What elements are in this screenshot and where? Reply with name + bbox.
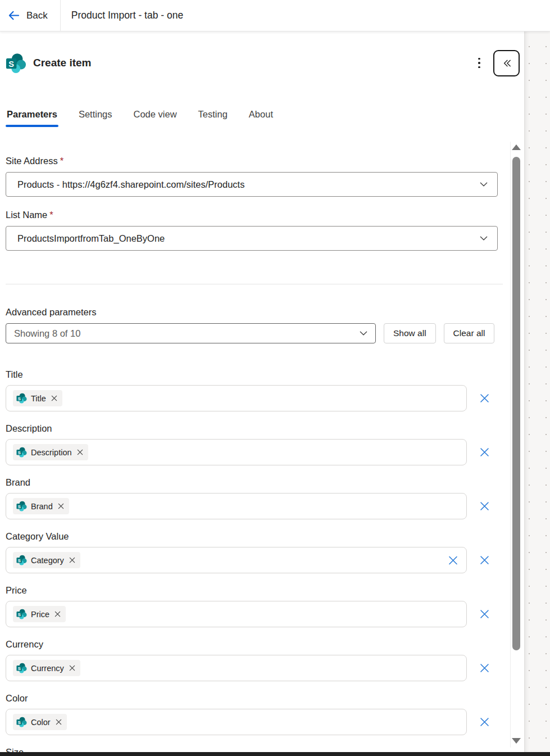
tab-about[interactable]: About bbox=[249, 109, 273, 127]
designer-canvas[interactable] bbox=[524, 31, 550, 752]
remove-parameter-icon[interactable] bbox=[479, 446, 490, 458]
parameter-input[interactable]: S Price bbox=[6, 601, 467, 627]
scroll-down-button[interactable] bbox=[512, 738, 521, 744]
token-label: Price bbox=[31, 610, 49, 619]
dynamic-content-token[interactable]: S Price bbox=[13, 606, 66, 622]
site-address-label: Site Address* bbox=[6, 154, 524, 168]
token-remove-icon[interactable] bbox=[69, 665, 75, 671]
token-label: Title bbox=[31, 394, 46, 403]
collapse-panel-button[interactable] bbox=[493, 50, 520, 76]
dynamic-content-token[interactable]: S Brand bbox=[13, 498, 69, 514]
parameter-row: S Color bbox=[6, 709, 524, 735]
token-remove-icon[interactable] bbox=[56, 719, 62, 725]
token-remove-icon[interactable] bbox=[77, 449, 83, 455]
dynamic-content-token[interactable]: S Title bbox=[13, 390, 62, 406]
tabs: Parameters Settings Code view Testing Ab… bbox=[7, 109, 524, 127]
token-remove-icon[interactable] bbox=[58, 503, 64, 509]
svg-text:S: S bbox=[18, 612, 21, 617]
token-label: Brand bbox=[31, 502, 53, 511]
scroll-thumb[interactable] bbox=[512, 157, 520, 650]
advanced-parameters-label: Advanced parameters bbox=[6, 305, 524, 319]
remove-parameter-icon[interactable] bbox=[479, 608, 490, 620]
token-remove-icon[interactable] bbox=[54, 611, 61, 617]
back-button[interactable]: Back bbox=[0, 0, 60, 31]
back-label: Back bbox=[26, 10, 48, 21]
remove-parameter-icon[interactable] bbox=[479, 392, 490, 404]
list-name-label: List Name* bbox=[6, 208, 524, 221]
parameter-input[interactable]: S Category bbox=[6, 547, 467, 573]
sharepoint-icon: S bbox=[16, 555, 27, 565]
site-address-combobox[interactable]: Products - https://4g6zf4.sharepoint.com… bbox=[6, 172, 498, 197]
parameter-row: S Title bbox=[6, 385, 524, 411]
chevron-down-icon bbox=[479, 179, 489, 189]
token-label: Category bbox=[31, 556, 64, 565]
parameter-row: S Description bbox=[6, 439, 524, 465]
parameter-label: Category Value bbox=[6, 529, 524, 543]
parameter-block: Color S Color bbox=[6, 691, 524, 735]
list-name-combobox[interactable]: ProductsImportfromTab_OneByOne bbox=[6, 226, 498, 251]
chevron-down-icon bbox=[358, 328, 369, 338]
parameter-row: S Price bbox=[6, 601, 524, 627]
tab-parameters[interactable]: Parameters bbox=[7, 109, 57, 127]
list-name-label-text: List Name bbox=[6, 210, 47, 220]
section-divider bbox=[6, 284, 503, 284]
remove-parameter-icon[interactable] bbox=[479, 716, 490, 728]
flow-title: Product Import - tab - one bbox=[71, 10, 183, 21]
remove-parameter-icon[interactable] bbox=[479, 500, 490, 512]
remove-parameter-icon[interactable] bbox=[479, 554, 490, 566]
show-all-button[interactable]: Show all bbox=[384, 323, 436, 343]
topbar-divider bbox=[60, 0, 61, 31]
remove-parameter-icon[interactable] bbox=[479, 662, 490, 674]
dynamic-content-token[interactable]: S Category bbox=[13, 552, 80, 568]
sharepoint-icon: S bbox=[16, 447, 27, 458]
site-address-label-text: Site Address bbox=[6, 156, 58, 166]
tab-testing[interactable]: Testing bbox=[198, 109, 228, 127]
sharepoint-icon: S bbox=[16, 663, 27, 673]
required-marker: * bbox=[49, 210, 53, 220]
parameter-label: Brand bbox=[6, 476, 524, 489]
scroll-up-button[interactable] bbox=[512, 144, 521, 150]
window-bottom-edge bbox=[0, 752, 550, 756]
clear-value-icon[interactable] bbox=[447, 554, 459, 566]
parameter-block: Description S Description bbox=[6, 422, 524, 465]
parameter-label: Description bbox=[6, 422, 524, 435]
svg-text:S: S bbox=[18, 450, 21, 455]
token-remove-icon[interactable] bbox=[69, 557, 75, 563]
scrollbar-track[interactable] bbox=[510, 142, 521, 748]
svg-text:S: S bbox=[18, 558, 21, 563]
sharepoint-icon: S bbox=[16, 393, 27, 404]
parameter-label: Size bbox=[6, 745, 524, 752]
token-label: Description bbox=[31, 448, 72, 457]
parameter-input[interactable]: S Brand bbox=[6, 493, 467, 519]
advanced-parameters-summary: Showing 8 of 10 bbox=[14, 328, 358, 339]
clear-all-button[interactable]: Clear all bbox=[444, 323, 495, 343]
parameter-row: S Category bbox=[6, 547, 524, 573]
parameter-label: Title bbox=[6, 368, 524, 381]
action-panel: S Create item Parameters Settings Code v… bbox=[0, 31, 524, 752]
parameter-input[interactable]: S Title bbox=[6, 385, 467, 411]
dynamic-content-token[interactable]: S Description bbox=[13, 444, 88, 460]
parameter-block: Brand S Brand bbox=[6, 476, 524, 519]
list-name-value: ProductsImportfromTab_OneByOne bbox=[17, 233, 479, 244]
more-options-button[interactable] bbox=[473, 53, 485, 74]
dynamic-content-token[interactable]: S Color bbox=[13, 714, 67, 730]
dynamic-content-token[interactable]: S Currency bbox=[13, 660, 80, 676]
parameter-block: Title S Title bbox=[6, 368, 524, 411]
parameter-input[interactable]: S Description bbox=[6, 439, 467, 465]
svg-text:S: S bbox=[8, 59, 14, 68]
parameter-block: Category Value S Category bbox=[6, 529, 524, 573]
advanced-parameters-combobox[interactable]: Showing 8 of 10 bbox=[6, 323, 376, 343]
svg-text:S: S bbox=[18, 720, 21, 725]
panel-header: S Create item bbox=[6, 52, 520, 74]
parameter-block: Price S Price bbox=[6, 583, 524, 627]
token-remove-icon[interactable] bbox=[51, 395, 57, 401]
parameter-block: Size bbox=[6, 745, 524, 752]
parameter-input[interactable]: S Color bbox=[6, 709, 467, 735]
parameter-input[interactable]: S Currency bbox=[6, 655, 467, 681]
tab-settings[interactable]: Settings bbox=[79, 109, 112, 127]
sharepoint-icon: S bbox=[16, 501, 27, 511]
parameter-row: S Brand bbox=[6, 493, 524, 519]
tab-code-view[interactable]: Code view bbox=[134, 109, 177, 127]
parameter-list: Title S Title bbox=[6, 368, 524, 752]
token-label: Color bbox=[31, 718, 51, 727]
